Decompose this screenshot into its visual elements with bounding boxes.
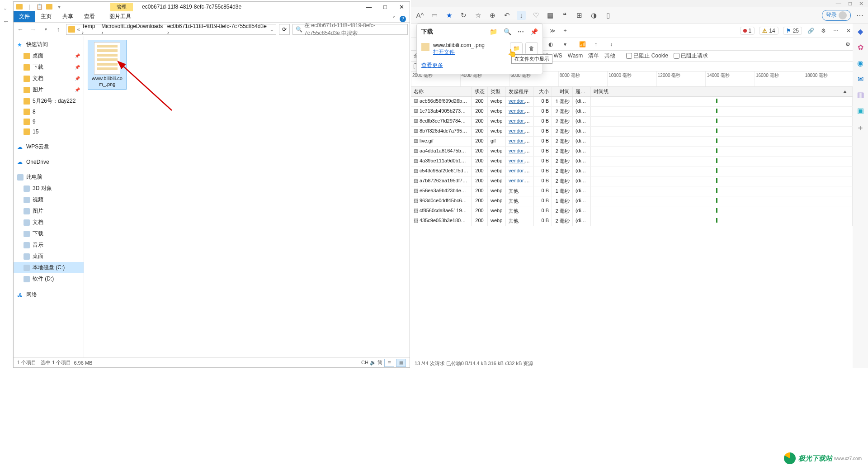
side-icon-1[interactable]: ◆ — [858, 27, 863, 36]
downloads-more-icon[interactable]: ⋯ — [518, 28, 524, 35]
browser-minimize-button[interactable]: — — [836, 0, 841, 7]
contextual-tab-manage[interactable]: 管理 — [110, 3, 133, 11]
side-add-icon[interactable]: ＋ — [856, 122, 864, 133]
overflow-menu-icon[interactable]: ⋯ — [856, 11, 863, 19]
network-table-header[interactable]: 名称 状态 类型 发起程序 大小 时间 履行者 时间线 — [411, 87, 853, 97]
downloads-folder-shortcut-icon[interactable]: 📁 — [490, 28, 497, 35]
issue-info[interactable]: ⚑25 — [783, 27, 802, 35]
reader-icon[interactable]: ▭ — [430, 11, 439, 20]
devtools-newtab-icon[interactable]: ＋ — [561, 27, 569, 34]
view-tiles-button[interactable]: ▤ — [396, 359, 406, 367]
favorites-bar-icon[interactable]: ☆ — [473, 11, 482, 20]
nav-forward-button[interactable]: → — [28, 24, 38, 34]
network-row[interactable]: 1c713ab4905b273abb6...200webpvendor.d33.… — [411, 107, 853, 117]
crumb-guid[interactable]: ec0b671d-11f8-4819-8efc-7c755c854d3e — [167, 24, 268, 35]
download-icon[interactable]: ↓ — [610, 41, 617, 48]
network-row[interactable]: aa4dda1a816475be5f4c...200webpvendor.d33… — [411, 147, 853, 157]
back-arrow-icon[interactable]: ← — [3, 17, 9, 25]
download-delete-button[interactable]: 🗑 — [525, 42, 538, 55]
explorer-search-input[interactable]: 🔍 在 ec0b671d-11f8-4819-8efc-7c755c854d3e… — [292, 24, 408, 35]
ribbon-tab-view[interactable]: 查看 — [79, 11, 100, 22]
nav-thispc-item[interactable]: 软件 (D:) — [14, 273, 84, 285]
breadcrumb[interactable]: « Temp MicrosoftEdgeDownloads ec0b671d-1… — [66, 24, 276, 35]
nav-back-button[interactable]: ← — [15, 24, 25, 34]
filter-其他[interactable]: 其他 — [604, 52, 615, 59]
network-row[interactable]: c543c98af20e61f5d9c1...200webpvendor.d33… — [411, 166, 853, 176]
downloads-see-more-link[interactable]: 查看更多 — [421, 62, 443, 68]
nav-thispc-item[interactable]: 视频 — [14, 194, 84, 205]
crumb-dropdown-icon[interactable]: ⌄ — [269, 26, 274, 33]
devtools-close-icon[interactable]: ✕ — [844, 28, 853, 34]
file-item-selected[interactable]: www.bilibili.com_.png — [88, 40, 127, 90]
nav-quick-item[interactable]: 8 — [14, 107, 84, 117]
network-row[interactable]: 8edfb3ce7fd297843153...200webpvendor.d33… — [411, 117, 853, 127]
devtools-link-icon[interactable]: 🔗 — [807, 28, 815, 34]
nav-quick-item[interactable]: 桌面📌 — [14, 50, 84, 62]
login-button[interactable]: 登录 — [822, 10, 851, 21]
side-icon-6[interactable]: ▣ — [857, 106, 864, 115]
side-icon-3[interactable]: ◉ — [857, 59, 863, 67]
browser-maximize-button[interactable]: □ — [849, 0, 852, 7]
nav-network[interactable]: 🖧网络 — [14, 289, 84, 300]
nav-this-pc[interactable]: 此电脑 — [14, 171, 84, 183]
ribbon-tab-share[interactable]: 共享 — [57, 11, 79, 22]
network-row[interactable]: 4a39ae111a9d0b1c86e...200webpvendor.d33.… — [411, 157, 853, 166]
sort-asc-icon[interactable] — [843, 90, 847, 93]
network-row[interactable]: a7b87262aa195df7ca77...200webpvendor.d33… — [411, 176, 853, 186]
network-row[interactable]: 435c9e053b3e18017e4...200webp其他0 B2 毫秒(d… — [411, 216, 853, 226]
nav-thispc-item[interactable]: 文档 — [14, 217, 84, 228]
network-settings-icon[interactable]: ⚙ — [845, 41, 853, 48]
filter-blocked-req[interactable]: 已阻止请求 — [674, 52, 708, 60]
nav-thispc-item[interactable]: 图片 — [14, 205, 84, 217]
explorer-nav-tree[interactable]: ★快速访问 桌面📌下载📌文档📌图片📌5月26号：day2228915 ☁WPS云… — [14, 36, 84, 357]
extensions-icon[interactable]: ⊞ — [575, 11, 584, 20]
side-icon-outlook[interactable]: ✉ — [858, 75, 863, 83]
nav-wps-cloud[interactable]: ☁WPS云盘 — [14, 141, 84, 152]
devtools-more-icon[interactable]: ⋯ — [832, 28, 840, 34]
nav-quick-item[interactable]: 文档📌 — [14, 73, 84, 84]
wifi-icon[interactable]: 📶 — [579, 41, 586, 48]
filter-blocked-cookie[interactable]: 已阻止 Cookie — [626, 52, 668, 60]
network-row[interactable]: e56ea3a9b423b4eeca9c...200webp其他0 B1 毫秒(… — [411, 186, 853, 196]
nav-thispc-item[interactable]: 本地磁盘 (C:) — [14, 262, 84, 273]
issue-errors[interactable]: 1 — [740, 27, 755, 35]
throttle-dropdown-icon[interactable]: ▾ — [564, 41, 571, 48]
side-icon-5[interactable]: ▥ — [857, 90, 864, 99]
nav-thispc-item[interactable]: 音乐 — [14, 239, 84, 251]
browser-close-button[interactable]: ✕ — [859, 0, 863, 7]
crumb-temp[interactable]: Temp — [82, 24, 99, 35]
explorer-file-area[interactable]: www.bilibili.com_.png — [84, 36, 410, 357]
issue-warnings[interactable]: ⚠14 — [759, 27, 778, 35]
refresh2-icon[interactable]: ↻ — [459, 11, 468, 20]
ribbon-tab-picture-tools[interactable]: 图片工具 — [104, 11, 137, 22]
network-row[interactable]: live.gif200gifvendor.d33...0 B2 毫秒(disk … — [411, 137, 853, 147]
downloads-pin-icon[interactable]: 📌 — [530, 28, 538, 35]
record-icon[interactable]: ◐ — [548, 41, 556, 48]
nav-quick-item[interactable]: 下载📌 — [14, 62, 84, 73]
side-icon-2[interactable]: ✿ — [858, 43, 863, 52]
collections-icon[interactable]: ⊕ — [488, 11, 497, 20]
filter-清单[interactable]: 清单 — [588, 52, 599, 59]
upload-icon[interactable]: ↑ — [594, 41, 602, 48]
nav-quick-item[interactable]: 5月26号：day222 — [14, 95, 84, 107]
network-row[interactable]: acb56d56f899d26b0be...200webpvendor.d33.… — [411, 97, 853, 107]
qat-overflow-icon[interactable]: ▾ — [55, 3, 63, 11]
close-button[interactable]: ✕ — [393, 2, 410, 12]
view-details-button[interactable]: ≣ — [384, 359, 394, 367]
nav-thispc-item[interactable]: 下载 — [14, 228, 84, 239]
heart-icon[interactable]: ♡ — [531, 11, 540, 20]
network-row[interactable]: 8b7f326d4dc7a79562d...200webpvendor.d33.… — [411, 127, 853, 137]
nav-thispc-item[interactable]: 桌面 — [14, 251, 84, 262]
apps-icon[interactable]: ▦ — [546, 11, 555, 20]
performance-icon[interactable]: ◑ — [589, 11, 598, 20]
network-row[interactable]: cf8560cda8ae5119b49e...200webp其他0 B2 毫秒(… — [411, 206, 853, 216]
nav-thispc-item[interactable]: 3D 对象 — [14, 183, 84, 194]
devtools-settings-icon[interactable]: ⚙ — [819, 28, 827, 34]
sidebar-toggle-icon[interactable]: ▯ — [604, 11, 613, 20]
downloads-icon[interactable]: ↓ — [517, 11, 526, 20]
refresh-button[interactable]: ⟳ — [279, 24, 290, 35]
ribbon-tab-file[interactable]: 文件 — [14, 11, 35, 22]
devtools-chevrons-icon[interactable]: ≫ — [548, 28, 557, 34]
nav-quick-item[interactable]: 9 — [14, 117, 84, 127]
quotes-icon[interactable]: ❝ — [560, 11, 569, 20]
